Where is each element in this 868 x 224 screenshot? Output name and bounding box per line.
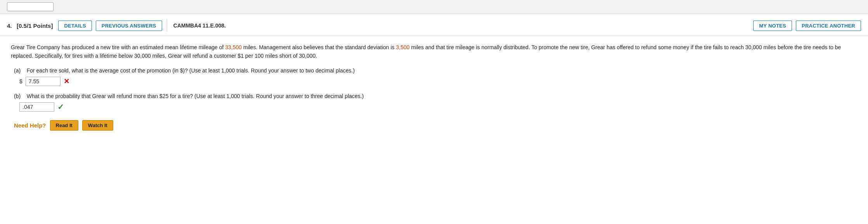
practice-another-button[interactable]: PRACTICE ANOTHER: [796, 21, 861, 31]
part-a-input[interactable]: [26, 77, 61, 86]
part-a-wrong-icon: ✕: [64, 77, 69, 86]
part-b: (b) What is the probability that Grear w…: [11, 93, 857, 112]
need-help-row: Need Help? Read It Watch It: [11, 120, 857, 131]
question-points: [0.5/1 Points]: [17, 22, 53, 29]
part-a-label: (a): [14, 67, 21, 74]
header-separator: [167, 19, 167, 32]
part-b-question: (b) What is the probability that Grear w…: [14, 93, 857, 99]
details-button[interactable]: DETAILS: [58, 21, 92, 31]
part-a-question-text: For each tire sold, what is the average …: [27, 67, 355, 74]
read-it-button[interactable]: Read It: [50, 120, 78, 131]
part-b-question-text: What is the probability that Grear will …: [27, 93, 364, 99]
need-help-label: Need Help?: [14, 122, 46, 129]
question-num-text: 4.: [7, 22, 12, 29]
problem-text-before-mean: Grear Tire Company has produced a new ti…: [11, 44, 225, 50]
part-a-answer-row: $ ✕: [19, 77, 857, 86]
previous-answers-button[interactable]: PREVIOUS ANSWERS: [96, 21, 162, 31]
part-b-input[interactable]: [19, 102, 54, 112]
my-notes-button[interactable]: MY NOTES: [753, 21, 792, 31]
top-bar-input[interactable]: [7, 2, 54, 11]
part-a-question: (a) For each tire sold, what is the aver…: [14, 67, 857, 74]
page-wrapper: 4. [0.5/1 Points] DETAILS PREVIOUS ANSWE…: [0, 0, 868, 224]
problem-mean-value: 33,500: [225, 44, 242, 50]
part-b-answer-row: ✓: [19, 102, 857, 112]
watch-it-button[interactable]: Watch It: [82, 120, 113, 131]
problem-text: Grear Tire Company has produced a new ti…: [11, 43, 857, 60]
top-bar: [0, 0, 868, 14]
part-a-dollar: $: [19, 78, 22, 84]
part-b-label: (b): [14, 93, 21, 99]
problem-code: CAMMBA4 11.E.008.: [173, 22, 226, 29]
question-header: 4. [0.5/1 Points] DETAILS PREVIOUS ANSWE…: [0, 14, 868, 36]
question-number: 4. [0.5/1 Points]: [7, 22, 53, 29]
question-body: Grear Tire Company has produced a new ti…: [0, 36, 868, 138]
part-b-correct-icon: ✓: [57, 102, 64, 112]
part-a: (a) For each tire sold, what is the aver…: [11, 67, 857, 86]
problem-std-value: 3,500: [396, 44, 410, 50]
problem-text-after-mean: miles. Management also believes that the…: [242, 44, 396, 50]
